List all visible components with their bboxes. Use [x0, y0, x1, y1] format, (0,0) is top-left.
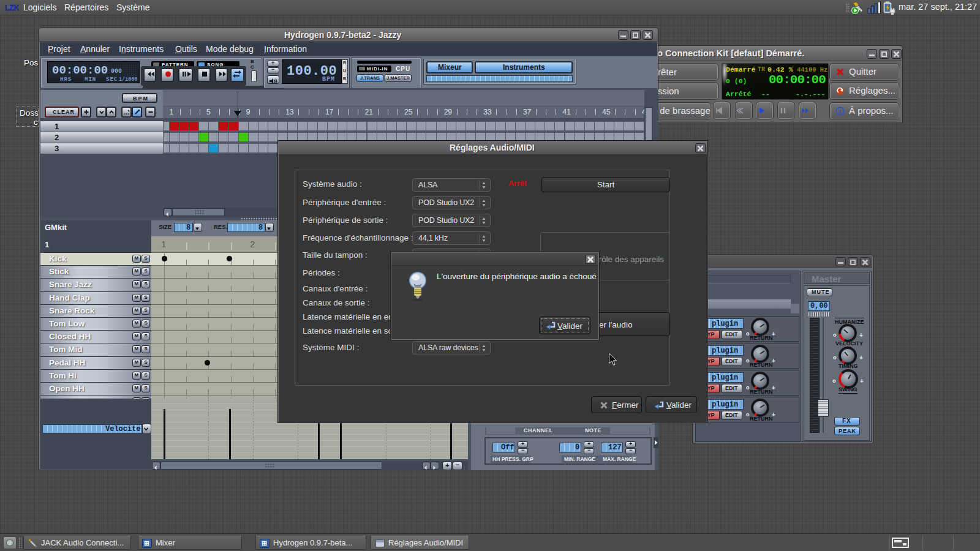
svg-text:i: i	[839, 108, 840, 114]
svg-text:LZK: LZK	[5, 4, 19, 12]
